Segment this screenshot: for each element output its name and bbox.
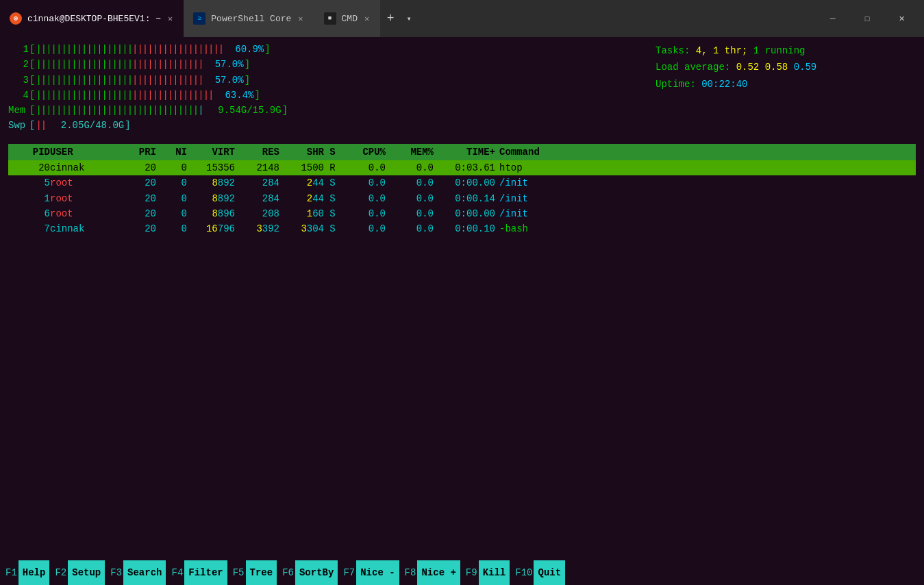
cpu1-label: 1 [8, 42, 29, 56]
uptime-value: 00:22:40 [701, 79, 747, 90]
f8-nice-plus[interactable]: F8 Nice + [399, 560, 460, 585]
load-label: Load average: [655, 62, 736, 73]
ni-0: 0 [156, 161, 187, 175]
s-s: S [324, 192, 341, 206]
load-line: Load average: 0.52 0.58 0.59 [655, 60, 916, 74]
f4-filter[interactable]: F4 Filter [166, 560, 227, 585]
col-res-header: RES [235, 145, 279, 159]
f6-label: SortBy [295, 560, 338, 585]
tab-cmd[interactable]: ■ CMD ✕ [314, 0, 381, 37]
pri-20: 20 [118, 222, 156, 236]
f6-sortby[interactable]: F6 SortBy [277, 560, 338, 585]
table-row[interactable]: 5 root 20 0 8892 284 244 S 0.0 0.0 0:00.… [8, 175, 916, 190]
terminal-content: 1 [ ||||||||||||||||||| ||||||||||||||||… [0, 37, 924, 560]
time-0014: 0:00.14 [434, 192, 495, 206]
f3-num: F3 [105, 560, 123, 585]
cpu4-red: |||||||||||||||| [132, 88, 213, 102]
table-row[interactable]: 6 root 20 0 8896 208 160 S 0.0 0.0 0:00.… [8, 206, 916, 221]
pri-20: 20 [118, 161, 156, 175]
cpu3-pct: 57.0% [206, 73, 244, 87]
cpu1-red: |||||||||||||||||| [132, 42, 223, 56]
system-info: Tasks: 4, 1 thr; 1 running Load average:… [655, 42, 916, 134]
uptime-line: Uptime: 00:22:40 [655, 77, 916, 91]
f4-label: Filter [184, 560, 227, 585]
f7-nice-minus[interactable]: F7 Nice - [338, 560, 399, 585]
mem-0: 0.0 [386, 161, 434, 175]
user-cinnak: cinnak [50, 161, 118, 175]
cpu2-green: ||||||||||||||||||| [36, 58, 132, 71]
f3-label: Search [123, 560, 166, 585]
cmd-bash: -bash [495, 222, 912, 236]
shr-244: 244 [279, 192, 324, 206]
f7-label: Nice - [356, 560, 399, 585]
f10-label: Quit [534, 560, 565, 585]
minimize-button[interactable]: ─ [817, 8, 849, 29]
virt-8896: 8896 [187, 207, 235, 221]
time-0000: 0:00.00 [434, 207, 495, 221]
f8-num: F8 [399, 560, 418, 585]
f1-label: Help [18, 560, 50, 585]
swp-bar: Swp [ || 2.05G/48.0G ] [8, 119, 628, 132]
res-3392: 3392 [235, 222, 279, 236]
process-table: PID USER PRI NI VIRT RES SHR S CPU% MEM%… [8, 144, 916, 237]
uptime-label: Uptime: [655, 79, 701, 90]
command-bar: F1 Help F2 Setup F3 Search F4 Filter F5 … [0, 560, 924, 585]
f2-setup[interactable]: F2 Setup [49, 560, 105, 585]
res-284: 284 [235, 192, 279, 206]
tab-cmd-close[interactable]: ✕ [363, 12, 371, 25]
table-row[interactable]: 7 cinnak 20 0 16796 3392 3304 S 0.0 0.0 … [8, 221, 916, 236]
s-s: S [324, 176, 341, 190]
res-208: 208 [235, 207, 279, 221]
maximize-button[interactable]: □ [851, 8, 883, 29]
titlebar: ⊗ cinnak@DESKTOP-BHE5EV1: ~ ✕ ≥ PowerShe… [0, 0, 924, 37]
cpu-0: 0.0 [341, 222, 386, 236]
mem-fill-blue: | [198, 103, 203, 117]
f3-search[interactable]: F3 Search [105, 560, 166, 585]
virt-16796: 16796 [187, 222, 235, 236]
ni-0: 0 [156, 222, 187, 236]
table-row[interactable]: 20 cinnak 20 0 15356 2148 1500 R 0.0 0.0… [8, 160, 916, 175]
pid-7: 7 [12, 222, 50, 236]
f10-num: F10 [510, 560, 534, 585]
f2-num: F2 [49, 560, 68, 585]
tasks-running: 1 running [753, 45, 806, 56]
col-virt-header: VIRT [187, 145, 235, 159]
f4-num: F4 [166, 560, 184, 585]
user-cinnak: cinnak [50, 222, 118, 236]
f1-help[interactable]: F1 Help [0, 560, 49, 585]
virt-15356: 15356 [187, 161, 235, 175]
col-ni-header: NI [156, 145, 187, 159]
cpu1-bar: 1 [ ||||||||||||||||||| ||||||||||||||||… [8, 42, 628, 56]
f9-label: Kill [479, 560, 510, 585]
tab-powershell[interactable]: ≥ PowerShell Core ✕ [184, 0, 314, 37]
tab-powershell-close[interactable]: ✕ [297, 12, 304, 25]
col-cpu-header: CPU% [341, 145, 386, 159]
pid-5: 5 [12, 176, 50, 190]
cmd-init: /init [495, 192, 912, 206]
swp-value: 2.05G/48.0G [49, 119, 124, 132]
dropdown-button[interactable]: ▾ [401, 8, 417, 29]
cpu3-bar: 3 [ ||||||||||||||||||| |||||||||||||| 5… [8, 73, 628, 87]
s-s: S [324, 222, 341, 236]
time-0000: 0:00.00 [434, 176, 495, 190]
f10-quit[interactable]: F10 Quit [510, 560, 565, 585]
tasks-label: Tasks: [655, 45, 696, 56]
tasks-count: 4, [696, 45, 713, 56]
shr-244: 244 [279, 176, 324, 190]
tab-ubuntu-close[interactable]: ✕ [166, 12, 174, 25]
ni-0: 0 [156, 176, 187, 190]
virt-8892: 8892 [187, 192, 235, 206]
cpu4-pct: 63.4% [216, 88, 253, 102]
cpu3-label: 3 [8, 73, 29, 87]
table-row[interactable]: 1 root 20 0 8892 284 244 S 0.0 0.0 0:00.… [8, 191, 916, 206]
f9-kill[interactable]: F9 Kill [460, 560, 510, 585]
cpu2-label: 2 [8, 58, 29, 71]
f5-tree[interactable]: F5 Tree [227, 560, 277, 585]
tab-ubuntu[interactable]: ⊗ cinnak@DESKTOP-BHE5EV1: ~ ✕ [0, 0, 184, 37]
col-mem-header: MEM% [386, 145, 434, 159]
new-tab-button[interactable]: + [380, 8, 401, 29]
mem-fill-green: |||||||||||||||||||||||||||||||| [36, 103, 198, 117]
cpu4-green: ||||||||||||||||||| [36, 88, 132, 102]
close-button[interactable]: ✕ [886, 8, 917, 29]
pid-1: 1 [12, 192, 50, 206]
